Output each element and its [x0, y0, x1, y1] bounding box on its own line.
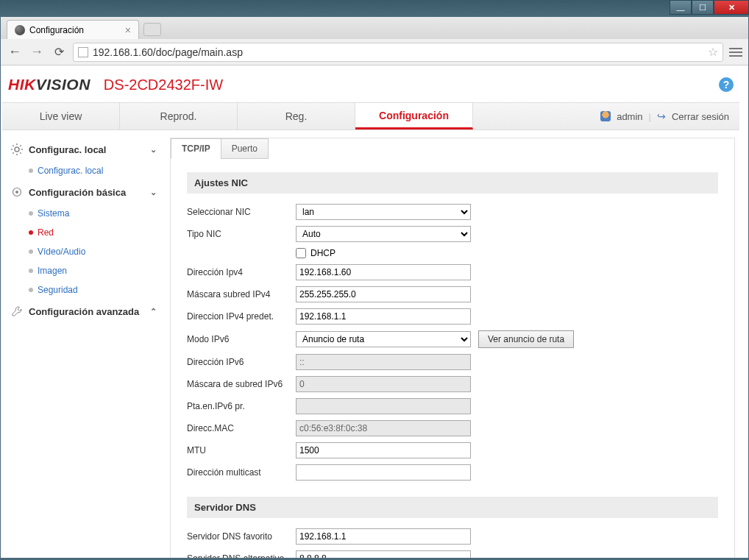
input-dns-alternate[interactable] — [296, 550, 471, 558]
window-maximize-button[interactable] — [692, 0, 714, 15]
tab-close-icon[interactable]: × — [125, 24, 131, 36]
sidebar-item-network[interactable]: Red — [26, 223, 161, 242]
input-ipv6-mask — [296, 376, 471, 392]
gear-icon — [11, 143, 23, 155]
label-dhcp: DHCP — [310, 248, 336, 258]
label-multicast: Dirección multicast — [187, 467, 296, 478]
sidebar: Configurac. local ⌄ Configurac. local — [7, 138, 161, 558]
sidebar-item-local-config[interactable]: Configurac. local — [26, 161, 161, 180]
input-ipv6-address — [296, 354, 471, 370]
nav-live-view[interactable]: Live view — [2, 103, 120, 130]
select-nic-type[interactable]: Auto — [296, 226, 471, 242]
address-bar[interactable]: 192.168.1.60/doc/page/main.asp ☆ — [73, 43, 723, 62]
help-icon[interactable]: ? — [719, 77, 734, 92]
chevron-down-icon: ⌄ — [150, 188, 157, 197]
username-label: admin — [617, 111, 642, 122]
page-icon — [78, 47, 88, 57]
sidebar-item-image[interactable]: Imagen — [26, 261, 161, 280]
logout-icon: ↪ — [657, 110, 666, 122]
gear-icon — [11, 186, 23, 198]
section-nic-title: Ajustes NIC — [187, 172, 718, 194]
browser-tab[interactable]: Configuración × — [7, 20, 139, 39]
input-mtu[interactable] — [296, 442, 471, 458]
sidebar-section-basic[interactable]: Configuración básica ⌄ — [7, 180, 161, 204]
new-tab-button[interactable] — [143, 23, 161, 36]
forward-button[interactable]: → — [29, 44, 45, 60]
sidebar-item-security[interactable]: Seguridad — [26, 280, 161, 300]
nav-log[interactable]: Reg. — [238, 103, 355, 130]
device-model: DS-2CD2432F-IW — [104, 77, 223, 93]
label-dns-alternate: Servidor DNS alternativo — [187, 553, 296, 558]
select-ipv6-mode[interactable]: Anuncio de ruta — [296, 331, 471, 347]
subtab-tcpip[interactable]: TCP/IP — [171, 138, 221, 159]
window-minimize-button[interactable] — [670, 0, 692, 15]
browser-toolbar: ← → ⟳ 192.168.1.60/doc/page/main.asp ☆ — [1, 39, 748, 65]
sidebar-item-video-audio[interactable]: Vídeo/Audio — [26, 242, 161, 261]
browser-menu-icon[interactable] — [729, 48, 742, 57]
label-dns-preferred: Servidor DNS favorito — [187, 531, 296, 542]
window-close-button[interactable] — [714, 0, 749, 15]
label-ipv6-address: Dirección IPv6 — [187, 357, 296, 367]
bookmark-star-icon[interactable]: ☆ — [708, 45, 718, 59]
user-icon — [600, 111, 611, 121]
page-viewport[interactable]: HIKVISION DS-2CD2432F-IW ? Live view Rep… — [1, 65, 748, 558]
svg-point-0 — [15, 147, 19, 152]
nav-configuration[interactable]: Configuración — [355, 103, 473, 130]
brand-header: HIKVISION DS-2CD2432F-IW ? — [2, 65, 739, 102]
select-nic[interactable]: lan — [296, 204, 471, 220]
label-select-nic: Seleccionar NIC — [187, 207, 296, 217]
brand-logo: HIKVISION — [8, 76, 90, 93]
subtab-port[interactable]: Puerto — [221, 138, 269, 159]
label-ipv4-gateway: Direccion IPv4 predet. — [187, 311, 296, 322]
main-navigation: Live view Reprod. Reg. Configuración adm… — [2, 102, 739, 130]
input-ipv4-address[interactable] — [296, 264, 471, 280]
checkbox-dhcp[interactable] — [296, 248, 306, 258]
chevron-down-icon: ⌄ — [150, 145, 157, 155]
config-panel: TCP/IP Puerto Ajustes NIC Seleccionar NI… — [170, 138, 735, 558]
svg-point-2 — [15, 191, 18, 194]
chevron-up-icon: ⌃ — [150, 307, 157, 316]
tab-favicon-icon — [15, 25, 25, 35]
input-dns-preferred[interactable] — [296, 528, 471, 545]
browser-tabstrip: Configuración × — [1, 17, 748, 39]
tab-title: Configuración — [29, 25, 84, 35]
label-ipv6-mask: Máscara de subred IPv6 — [187, 379, 296, 389]
input-ipv4-mask[interactable] — [296, 286, 471, 302]
label-ipv4-address: Dirección Ipv4 — [187, 267, 296, 277]
sidebar-section-local[interactable]: Configurac. local ⌄ — [7, 138, 161, 161]
sidebar-item-system[interactable]: Sistema — [26, 204, 161, 223]
button-view-route-announce[interactable]: Ver anuncio de ruta — [478, 330, 574, 348]
label-mac: Direcc.MAC — [187, 423, 296, 433]
label-ipv4-mask: Máscara subred IPv4 — [187, 289, 296, 300]
nav-playback[interactable]: Reprod. — [120, 103, 238, 130]
label-ipv6-mode: Modo IPv6 — [187, 334, 296, 344]
browser-window: Configuración × ← → ⟳ 192.168.1.60/doc/p… — [0, 16, 749, 559]
back-button[interactable]: ← — [7, 44, 23, 60]
wrench-icon — [11, 305, 23, 317]
logout-link[interactable]: Cerrar sesión — [672, 111, 729, 122]
subtab-bar: TCP/IP Puerto — [171, 138, 734, 159]
input-multicast[interactable] — [296, 464, 471, 481]
reload-button[interactable]: ⟳ — [51, 45, 67, 59]
input-ipv4-gateway[interactable] — [296, 308, 471, 325]
user-area: admin | ↪ Cerrar sesión — [590, 103, 739, 130]
label-mtu: MTU — [187, 445, 296, 456]
section-dns-title: Servidor DNS — [187, 497, 718, 518]
url-text: 192.168.1.60/doc/page/main.asp — [93, 46, 243, 58]
label-nic-type: Tipo NIC — [187, 229, 296, 239]
input-mac — [296, 420, 471, 436]
window-titlebar — [0, 0, 749, 16]
sidebar-section-advanced[interactable]: Configuración avanzada ⌃ — [7, 300, 161, 323]
input-ipv6-gateway — [296, 398, 471, 414]
label-ipv6-gateway: Pta.en.IPv6 pr. — [187, 401, 296, 411]
